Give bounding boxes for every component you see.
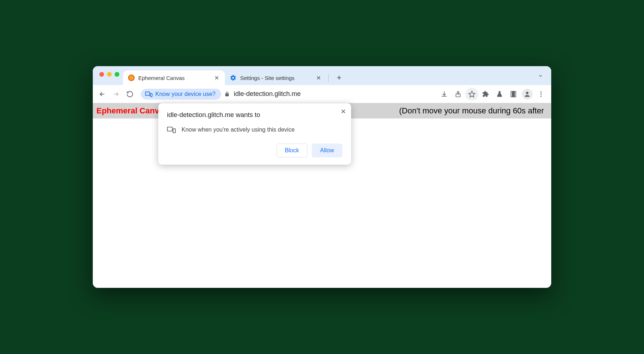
url-display: idle-detection.glitch.me — [224, 90, 433, 98]
new-tab-button[interactable]: + — [333, 72, 345, 84]
allow-button[interactable]: Allow — [312, 144, 342, 157]
download-icon[interactable] — [438, 88, 451, 101]
favicon-icon — [128, 75, 135, 81]
share-icon[interactable] — [452, 88, 465, 101]
permission-chip[interactable]: Know your device use? — [141, 89, 221, 100]
svg-point-7 — [540, 93, 541, 94]
page-content: Ephemeral Canvas (Don't move your mouse … — [93, 103, 551, 288]
close-tab-icon[interactable]: ✕ — [213, 75, 220, 81]
tab-ephemeral-canvas[interactable]: Ephemeral Canvas ✕ — [123, 71, 225, 85]
menu-icon[interactable] — [534, 88, 548, 101]
forward-button[interactable] — [110, 88, 122, 100]
lock-icon — [224, 91, 230, 97]
svg-rect-0 — [146, 92, 150, 95]
window-controls — [97, 66, 123, 85]
svg-point-8 — [540, 96, 541, 97]
permission-row-text: Know when you're actively using this dev… — [182, 126, 295, 133]
block-button[interactable]: Block — [277, 144, 307, 157]
permission-row: Know when you're actively using this dev… — [167, 126, 342, 133]
tab-settings[interactable]: Settings - Site settings ✕ — [225, 71, 327, 85]
labs-icon[interactable] — [493, 88, 506, 101]
tab-title: Ephemeral Canvas — [138, 75, 210, 81]
address-bar[interactable]: Know your device use? idle-detection.gli… — [141, 89, 433, 100]
permission-chip-label: Know your device use? — [155, 91, 215, 97]
permission-dialog-title: idle-detection.glitch.me wants to — [167, 111, 342, 119]
svg-rect-4 — [512, 91, 515, 97]
page-title: Ephemeral Canvas — [96, 106, 168, 116]
close-icon[interactable]: ✕ — [341, 108, 346, 116]
reload-button[interactable] — [124, 88, 136, 100]
close-window-button[interactable] — [99, 72, 104, 77]
toolbar-actions — [438, 88, 548, 101]
permission-actions: Block Allow — [167, 144, 342, 157]
permission-dialog: ✕ idle-detection.glitch.me wants to Know… — [158, 103, 351, 165]
minimize-window-button[interactable] — [107, 72, 112, 77]
browser-window: Ephemeral Canvas ✕ Settings - Site setti… — [93, 66, 551, 288]
devices-icon — [167, 126, 176, 133]
svg-point-5 — [526, 92, 529, 94]
svg-rect-9 — [167, 127, 172, 131]
svg-point-6 — [540, 91, 541, 92]
tab-bar: Ephemeral Canvas ✕ Settings - Site setti… — [93, 66, 551, 85]
tab-divider — [328, 74, 329, 82]
extensions-icon[interactable] — [479, 88, 492, 101]
close-tab-icon[interactable]: ✕ — [315, 75, 322, 81]
chevron-down-icon[interactable]: ⌄ — [534, 71, 547, 81]
url-text: idle-detection.glitch.me — [234, 90, 301, 98]
back-button[interactable] — [96, 88, 108, 100]
page-note: (Don't move your mouse during 60s after — [399, 106, 548, 116]
gear-icon — [230, 75, 236, 81]
reader-icon[interactable] — [507, 88, 520, 101]
svg-rect-1 — [150, 93, 152, 96]
tab-title: Settings - Site settings — [240, 75, 311, 81]
bookmark-star-icon[interactable] — [465, 88, 478, 101]
svg-rect-10 — [173, 129, 175, 133]
maximize-window-button[interactable] — [115, 72, 119, 77]
toolbar: Know your device use? idle-detection.gli… — [93, 85, 551, 103]
profile-avatar[interactable] — [521, 88, 534, 101]
